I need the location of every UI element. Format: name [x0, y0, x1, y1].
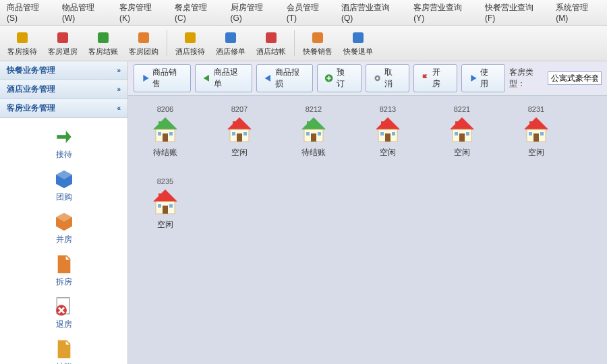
svg-rect-42	[169, 204, 173, 208]
group-icon	[136, 30, 152, 46]
edit-icon	[223, 30, 239, 46]
menu-item-8[interactable]: 快餐营业查询(F)	[485, 2, 544, 23]
svg-rect-27	[307, 121, 310, 127]
action-商品报损[interactable]: 商品报损	[256, 64, 314, 92]
menu-item-6[interactable]: 酒店营业查询(Q)	[341, 2, 401, 23]
room-type-input[interactable]	[548, 71, 602, 85]
cube-orange-icon	[53, 211, 75, 233]
side-item-label: 结账	[56, 361, 72, 364]
chevron-icon: «	[117, 104, 121, 112]
toolbar-客房退房[interactable]: 客房退房	[43, 28, 82, 59]
desk-icon	[182, 30, 198, 46]
svg-rect-35	[455, 121, 458, 127]
svg-rect-21	[232, 132, 235, 135]
room-8221[interactable]: 8221 空闲	[438, 105, 486, 158]
cancel-icon	[53, 296, 75, 317]
toolbar-label: 快餐退单	[343, 47, 373, 57]
toolbar-separator	[294, 30, 295, 56]
toolbar-酒店修单[interactable]: 酒店修单	[211, 28, 250, 59]
toolbar-客房结账[interactable]: 客房结账	[84, 28, 123, 59]
room-number: 8207	[231, 105, 248, 113]
menu-item-7[interactable]: 客房营业查询(Y)	[413, 2, 473, 23]
action-取消[interactable]: 取 消	[366, 64, 409, 92]
action-商品销售[interactable]: 商品销售	[134, 64, 191, 92]
menu-item-1[interactable]: 物品管理(W)	[62, 2, 107, 23]
side-item-拆房[interactable]: 拆房	[0, 249, 127, 292]
room-status: 空闲	[528, 147, 544, 158]
action-商品退单[interactable]: 商品退单	[195, 64, 252, 92]
toolbar-label: 客房退房	[48, 47, 78, 57]
room-8207[interactable]: 8207 空闲	[216, 105, 263, 158]
svg-rect-34	[466, 132, 469, 135]
svg-rect-7	[312, 32, 323, 43]
side-panel-header-1[interactable]: 酒店业务管理»	[0, 80, 127, 99]
side-panel-title: 快餐业务管理	[7, 65, 55, 76]
svg-rect-38	[540, 132, 544, 135]
play-blue-icon	[141, 73, 150, 83]
toolbar-label: 客房结账	[88, 47, 118, 57]
toolbar-酒店结帐[interactable]: 酒店结帐	[252, 28, 291, 59]
menu-item-4[interactable]: 厨房管理(G)	[231, 2, 274, 23]
room-number: 8206	[157, 105, 173, 113]
svg-rect-24	[311, 133, 316, 142]
side-items: 接待团购并房拆房退房结账换班延迟结账查询	[0, 118, 127, 364]
chevron-icon: »	[117, 86, 121, 93]
room-8206[interactable]: 8206 待结账	[142, 105, 189, 158]
svg-rect-0	[17, 32, 28, 43]
action-使用[interactable]: 使 用	[461, 64, 505, 92]
sidebar: 快餐业务管理»酒店业务管理»客房业务管理«接待团购并房拆房退房结账换班延迟结账查…	[0, 61, 128, 364]
svg-rect-3	[138, 32, 149, 43]
room-8213[interactable]: 8213 空闲	[364, 105, 411, 158]
room-8212[interactable]: 8212 待结账	[290, 105, 337, 158]
toolbar-label: 酒店修单	[216, 47, 245, 57]
side-item-并房[interactable]: 并房	[0, 207, 127, 249]
room-8231[interactable]: 8231 空闲	[513, 105, 560, 158]
menu-item-2[interactable]: 客房管理(K)	[119, 2, 163, 23]
action-bar: 商品销售商品退单商品报损预 订取 消开 房使 用客房类型：	[128, 61, 607, 96]
room-8235[interactable]: 8235 空闲	[142, 177, 189, 231]
back-green-icon	[202, 73, 211, 83]
toolbar-客房团购[interactable]: 客房团购	[124, 28, 163, 59]
room-status: 待结账	[153, 147, 177, 158]
svg-rect-29	[380, 132, 384, 135]
svg-rect-19	[158, 121, 161, 127]
svg-rect-20	[237, 133, 242, 142]
action-label: 使 用	[480, 67, 498, 90]
house-icon	[149, 187, 181, 216]
house-icon	[446, 115, 478, 144]
menu-item-5[interactable]: 会员管理(T)	[287, 2, 329, 23]
side-item-退房[interactable]: 退房	[0, 292, 127, 334]
side-item-label: 团购	[56, 191, 72, 203]
menu-item-3[interactable]: 餐桌管理(C)	[175, 2, 219, 23]
side-item-团购[interactable]: 团购	[0, 164, 127, 207]
toolbar-快餐退单[interactable]: 快餐退单	[339, 28, 378, 59]
menu-item-9[interactable]: 系统管理(M)	[556, 2, 600, 23]
toolbar-酒店接待[interactable]: 酒店接待	[171, 28, 210, 59]
action-开房[interactable]: 开 房	[413, 64, 457, 92]
side-item-结账[interactable]: 结账	[0, 334, 127, 364]
svg-rect-43	[158, 193, 161, 199]
side-panel-header-0[interactable]: 快餐业务管理»	[0, 61, 127, 80]
side-item-接待[interactable]: 接待	[0, 122, 127, 164]
out-icon	[55, 30, 71, 46]
action-label: 商品退单	[214, 67, 245, 90]
svg-rect-33	[455, 132, 458, 135]
room-number: 8235	[157, 177, 173, 185]
room-status: 空闲	[454, 147, 470, 158]
side-panel-title: 客房业务管理	[7, 102, 55, 114]
svg-rect-5	[225, 32, 236, 43]
side-panel-header-2[interactable]: 客房业务管理«	[0, 99, 127, 118]
toolbar-label: 酒店接待	[175, 47, 205, 57]
action-预订[interactable]: 预 订	[317, 64, 361, 92]
back-blue-icon	[264, 73, 272, 83]
svg-rect-25	[306, 132, 310, 135]
toolbar-客房接待[interactable]: 客房接待	[3, 28, 42, 59]
svg-rect-22	[243, 132, 247, 135]
chevron-icon: »	[117, 67, 121, 74]
plus-green-icon	[324, 73, 333, 83]
action-label: 预 订	[337, 67, 354, 90]
toolbar-快餐销售[interactable]: 快餐销售	[298, 28, 337, 59]
side-item-label: 接待	[56, 149, 72, 160]
menu-item-0[interactable]: 商品管理(S)	[7, 2, 50, 23]
room-number: 8221	[454, 105, 470, 113]
